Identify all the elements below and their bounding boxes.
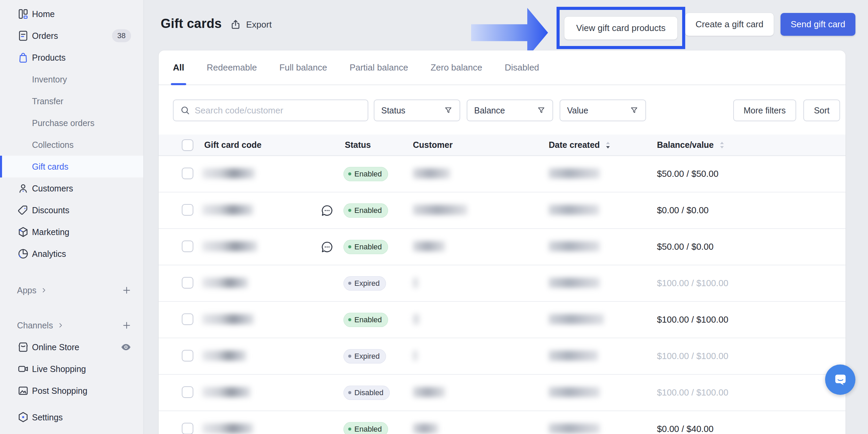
status-badge: Disabled: [343, 386, 390, 400]
sidebar-item-inventory[interactable]: Inventory: [0, 68, 143, 90]
search-input[interactable]: [195, 105, 361, 116]
sidebar-item-live-shopping[interactable]: Live Shopping: [0, 358, 143, 380]
chat-smile-icon: [832, 371, 849, 389]
sidebar-item-orders[interactable]: Orders38: [0, 25, 143, 47]
funnel-icon: [537, 106, 546, 115]
page-title: Gift cards: [161, 16, 222, 31]
filter-balance[interactable]: Balance: [467, 99, 553, 121]
sidebar-section-label: Channels: [17, 321, 53, 330]
redacted-date-created: [549, 278, 600, 288]
row-checkbox[interactable]: [182, 168, 193, 179]
tab-full-balance[interactable]: Full balance: [279, 50, 327, 84]
table-row[interactable]: Expired $100.00 / $100.00: [159, 338, 846, 375]
tab-redeemable[interactable]: Redeemable: [207, 50, 257, 84]
products-icon: [17, 51, 29, 64]
sidebar-item-post-shopping[interactable]: Post Shopping: [0, 380, 143, 402]
redacted-gift-card-code: [202, 205, 253, 215]
table-row[interactable]: Enabled $0.00 / $0.00: [159, 192, 846, 229]
row-checkbox[interactable]: [182, 277, 193, 289]
redacted-gift-card-code: [202, 168, 255, 179]
filter-label: Balance: [474, 106, 505, 115]
image-icon: [17, 385, 29, 397]
plus-icon[interactable]: [122, 285, 132, 295]
filter-status[interactable]: Status: [374, 99, 460, 121]
tab-disabled[interactable]: Disabled: [505, 50, 539, 84]
tab-all[interactable]: All: [173, 50, 184, 84]
send-gift-card-button[interactable]: Send gift card: [781, 13, 855, 36]
sidebar-item-home[interactable]: Home: [0, 3, 143, 25]
sidebar-item-online-store[interactable]: Online Store: [0, 336, 143, 358]
row-checkbox[interactable]: [182, 423, 193, 434]
sidebar-item-label: Gift cards: [32, 162, 68, 172]
redacted-gift-card-code: [202, 387, 251, 397]
table-row[interactable]: Disabled $100.00 / $100.00: [159, 375, 846, 411]
row-checkbox[interactable]: [182, 386, 193, 398]
column-header-date-created[interactable]: Date created: [549, 140, 657, 150]
filter-dropdowns: Status Balance Value: [374, 99, 646, 121]
sidebar-item-collections[interactable]: Collections: [0, 134, 143, 156]
filter-value[interactable]: Value: [560, 99, 646, 121]
sort-button[interactable]: Sort: [803, 99, 840, 121]
table-body: Enabled $50.00 / $50.00 Enabled $0.00 / …: [159, 156, 846, 434]
sidebar-item-label: Orders: [32, 31, 58, 41]
column-header-status: Status: [314, 140, 405, 150]
row-checkbox[interactable]: [182, 204, 193, 216]
sidebar-item-label: Marketing: [32, 227, 69, 237]
sidebar-item-label: Discounts: [32, 205, 69, 215]
table-row[interactable]: Enabled $50.00 / $50.00: [159, 156, 846, 192]
sidebar-item-purchase-orders[interactable]: Purchase orders: [0, 112, 143, 134]
eye-icon[interactable]: [120, 341, 132, 353]
annotation-highlight-box: View gift card products: [557, 7, 685, 49]
sidebar-item-marketing[interactable]: Marketing: [0, 221, 143, 243]
row-checkbox[interactable]: [182, 350, 193, 361]
sidebar-section-channels[interactable]: Channels: [0, 314, 143, 336]
sidebar-section-apps[interactable]: Apps: [0, 279, 143, 301]
balance-value: $50.00 / $50.00: [657, 169, 719, 179]
row-checkbox[interactable]: [182, 241, 193, 252]
filter-bar: Status Balance Value More filters Sort: [173, 99, 840, 121]
redacted-date-created: [549, 387, 600, 397]
table-row[interactable]: Enabled $50.00 / $0.00: [159, 229, 846, 265]
table-row[interactable]: Enabled $0.00 / $40.00: [159, 411, 846, 434]
sidebar: HomeOrders38ProductsInventoryTransferPur…: [0, 0, 144, 434]
export-button[interactable]: Export: [230, 19, 272, 30]
status-badge: Enabled: [343, 422, 388, 434]
more-filters-button[interactable]: More filters: [733, 99, 797, 121]
balance-value: $100.00 / $100.00: [657, 387, 728, 398]
sidebar-item-transfer[interactable]: Transfer: [0, 90, 143, 112]
redacted-customer: [413, 314, 420, 324]
create-gift-card-button[interactable]: Create a gift card: [685, 13, 774, 36]
sidebar-item-label: Live Shopping: [32, 364, 86, 374]
redacted-customer: [413, 168, 450, 179]
tab-partial-balance[interactable]: Partial balance: [350, 50, 408, 84]
sidebar-item-customers[interactable]: Customers: [0, 177, 143, 199]
row-checkbox[interactable]: [182, 313, 193, 325]
sidebar-item-products[interactable]: Products: [0, 47, 143, 68]
sidebar-item-label: Purchase orders: [32, 118, 94, 128]
sidebar-item-analytics[interactable]: Analytics: [0, 243, 143, 265]
table-row[interactable]: Expired $100.00 / $100.00: [159, 265, 846, 302]
tab-zero-balance[interactable]: Zero balance: [431, 50, 482, 84]
sidebar-item-label: Inventory: [32, 75, 67, 84]
status-badge: Enabled: [343, 313, 388, 327]
sidebar-item-discounts[interactable]: Discounts: [0, 199, 143, 221]
table-row[interactable]: Enabled $100.00 / $100.00: [159, 302, 846, 338]
orders-count-badge: 38: [112, 29, 131, 42]
plus-icon[interactable]: [122, 320, 132, 330]
search-box[interactable]: [173, 99, 368, 121]
status-badge: Enabled: [343, 240, 388, 254]
export-label: Export: [246, 19, 272, 30]
redacted-date-created: [549, 205, 599, 215]
sidebar-item-settings[interactable]: Settings: [0, 406, 143, 428]
column-header-balance-value[interactable]: Balance/value: [657, 140, 846, 150]
table-header: Gift card code Status Customer Date crea…: [159, 135, 846, 156]
sidebar-section-label: Apps: [17, 285, 36, 295]
select-all-checkbox[interactable]: [182, 139, 193, 151]
filter-right-actions: More filters Sort: [733, 99, 840, 121]
redacted-customer: [413, 205, 467, 215]
sidebar-item-gift-cards[interactable]: Gift cards: [0, 156, 143, 177]
chat-widget-button[interactable]: [825, 365, 855, 395]
chat-bubble-icon: [320, 204, 334, 217]
settings-icon: [17, 411, 29, 423]
view-gift-card-products-button[interactable]: View gift card products: [564, 17, 677, 40]
